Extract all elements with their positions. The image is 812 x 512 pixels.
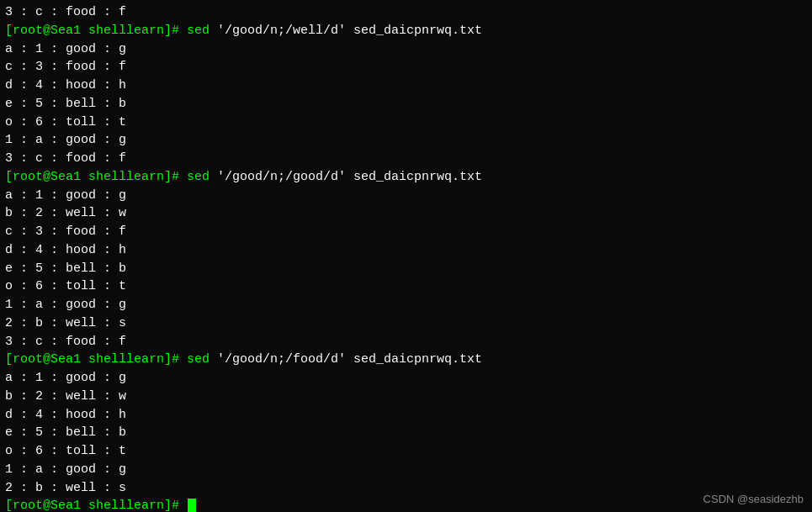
data-line: c : 3 : food : f bbox=[5, 58, 807, 77]
prompt-line: [root@Sea1 shelllearn]# bbox=[5, 497, 807, 512]
data-line: 3 : c : food : f bbox=[5, 3, 807, 22]
data-line: d : 4 : hood : h bbox=[5, 241, 807, 260]
data-line: a : 1 : good : g bbox=[5, 40, 807, 59]
sed-keyword: sed bbox=[187, 24, 210, 38]
data-line: a : 1 : good : g bbox=[5, 369, 807, 388]
sed-keyword: sed bbox=[187, 352, 210, 367]
prompt-line: [root@Sea1 shelllearn]# sed '/good/n;/fo… bbox=[5, 351, 807, 369]
prompt-line: [root@Sea1 shelllearn]# sed '/good/n;/we… bbox=[5, 22, 807, 40]
data-line: 2 : b : well : s bbox=[5, 479, 807, 498]
data-line: 2 : b : well : s bbox=[5, 314, 807, 333]
data-line: e : 5 : bell : b bbox=[5, 260, 807, 278]
terminal-cursor bbox=[188, 499, 196, 512]
data-line: 1 : a : good : g bbox=[5, 461, 807, 479]
data-line: 1 : a : good : g bbox=[5, 131, 807, 150]
prompt-line: [root@Sea1 shelllearn]# sed '/good/n;/go… bbox=[5, 168, 807, 187]
data-line: d : 4 : hood : h bbox=[5, 77, 807, 95]
data-line: b : 2 : well : w bbox=[5, 388, 807, 406]
terminal: 3 : c : food : f[root@Sea1 shelllearn]# … bbox=[0, 0, 812, 512]
data-line: e : 5 : bell : b bbox=[5, 95, 807, 113]
data-line: 3 : c : food : f bbox=[5, 333, 807, 351]
data-line: o : 6 : toll : t bbox=[5, 113, 807, 132]
data-line: o : 6 : toll : t bbox=[5, 277, 807, 296]
data-line: c : 3 : food : f bbox=[5, 223, 807, 241]
data-line: 1 : a : good : g bbox=[5, 296, 807, 314]
watermark: CSDN @seasidezhb bbox=[703, 493, 804, 505]
data-line: b : 2 : well : w bbox=[5, 204, 807, 223]
data-line: e : 5 : bell : b bbox=[5, 424, 807, 442]
data-line: 3 : c : food : f bbox=[5, 150, 807, 168]
sed-keyword: sed bbox=[187, 170, 210, 184]
data-line: a : 1 : good : g bbox=[5, 187, 807, 205]
data-line: d : 4 : hood : h bbox=[5, 406, 807, 425]
data-line: o : 6 : toll : t bbox=[5, 442, 807, 461]
